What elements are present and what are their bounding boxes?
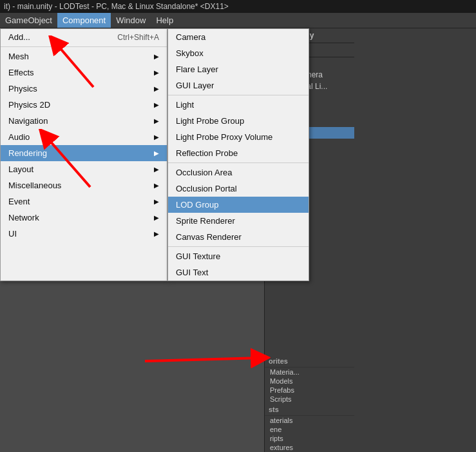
red-arrow-3 xyxy=(142,342,271,376)
submenu-spriterenderer[interactable]: Sprite Renderer xyxy=(168,213,309,229)
submenu-sep1 xyxy=(168,95,309,95)
menu-item-physics2d[interactable]: Physics 2D ▶ xyxy=(1,97,167,113)
menu-component[interactable]: Component xyxy=(57,13,111,28)
assets-materials[interactable]: aterials xyxy=(265,416,354,425)
assets-textures[interactable]: extures xyxy=(265,443,354,452)
submenu-lodgroup[interactable]: LOD Group xyxy=(168,197,309,213)
fav-scripts[interactable]: Scripts xyxy=(265,395,354,404)
submenu-sep2 xyxy=(168,162,309,163)
submenu-reflectionprobe[interactable]: Reflection Probe xyxy=(168,145,309,161)
red-arrow-1 xyxy=(48,35,100,95)
fav-models[interactable]: Models xyxy=(265,377,354,386)
submenu-guitexture[interactable]: GUI Texture xyxy=(168,248,309,264)
menu-item-navigation[interactable]: Navigation ▶ xyxy=(1,113,167,129)
favorites-header: orites xyxy=(265,355,354,368)
submenu-guitext[interactable]: GUI Text xyxy=(168,264,309,280)
menu-window[interactable]: Window xyxy=(111,13,151,28)
submenu-occlusionportal[interactable]: Occlusion Portal xyxy=(168,181,309,197)
submenu-light[interactable]: Light xyxy=(168,97,309,113)
menu-bar: GameObject Component Window Help xyxy=(0,13,476,28)
submenu-flarelayer[interactable]: Flare Layer xyxy=(168,61,309,77)
submenu-lightprobegroup[interactable]: Light Probe Group xyxy=(168,113,309,129)
submenu-canvasrenderer[interactable]: Canvas Renderer xyxy=(168,229,309,245)
submenu-occlusionarea[interactable]: Occlusion Area xyxy=(168,164,309,181)
assets-scripts[interactable]: ripts xyxy=(265,434,354,443)
menu-help[interactable]: Help xyxy=(151,13,178,28)
title-text: it) - main.unity - LODTest - PC, Mac & L… xyxy=(4,2,229,11)
svg-line-10 xyxy=(45,135,90,187)
favorites-section: orites Materia... Models Prefabs Scripts… xyxy=(265,355,354,452)
submenu-guilayer[interactable]: GUI Layer xyxy=(168,77,309,93)
title-bar: it) - main.unity - LODTest - PC, Mac & L… xyxy=(0,0,476,13)
red-arrow-2 xyxy=(39,129,97,195)
submenu-skybox[interactable]: Skybox xyxy=(168,45,309,61)
assets-scene[interactable]: ene xyxy=(265,425,354,434)
svg-line-8 xyxy=(55,42,93,87)
menu-gameobject[interactable]: GameObject xyxy=(0,13,57,28)
submenu-sep3 xyxy=(168,246,309,247)
svg-line-12 xyxy=(145,358,261,361)
menu-item-ui[interactable]: UI ▶ xyxy=(1,226,167,242)
fav-materials[interactable]: Materia... xyxy=(265,368,354,377)
menu-item-network[interactable]: Network ▶ xyxy=(1,210,167,226)
assets-header: sts xyxy=(265,404,354,416)
menu-item-event[interactable]: Event ▶ xyxy=(1,193,167,210)
fav-prefabs[interactable]: Prefabs xyxy=(265,386,354,395)
rendering-submenu: Camera Skybox Flare Layer GUI Layer Ligh… xyxy=(167,28,309,281)
submenu-camera[interactable]: Camera xyxy=(168,29,309,45)
submenu-lightprobeproxy[interactable]: Light Probe Proxy Volume xyxy=(168,129,309,145)
